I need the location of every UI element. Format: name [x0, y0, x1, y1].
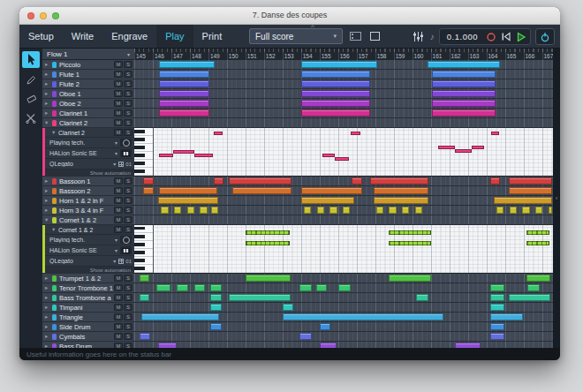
midi-note[interactable] [455, 149, 472, 153]
mute-button[interactable]: M [114, 187, 123, 194]
mute-button[interactable]: M [114, 216, 123, 223]
event-block[interactable] [490, 284, 505, 291]
event-block[interactable] [301, 71, 371, 78]
track-lane[interactable] [134, 118, 553, 128]
event-block[interactable] [490, 294, 505, 301]
mute-button[interactable]: M [114, 226, 123, 233]
go-to-start-icon[interactable] [498, 30, 513, 43]
midi-note[interactable] [526, 241, 549, 245]
event-block[interactable] [338, 284, 352, 291]
chevron-down-icon[interactable]: ▾ [52, 130, 58, 136]
solo-button[interactable]: S [124, 226, 132, 233]
midi-note[interactable] [438, 146, 455, 149]
record-icon[interactable] [483, 30, 498, 43]
mute-button[interactable]: M [114, 275, 123, 282]
event-block[interactable] [374, 187, 429, 194]
piano-keyboard[interactable] [134, 225, 154, 273]
mixer-icon[interactable] [412, 31, 426, 43]
right-scroll-strip[interactable]: ‹ [553, 49, 560, 348]
event-block[interactable] [432, 100, 496, 107]
event-block[interactable] [490, 177, 501, 185]
event-block[interactable] [140, 294, 148, 301]
chevron-right-icon[interactable]: ▸ [45, 110, 51, 117]
tab-write[interactable]: Write [63, 25, 102, 48]
midi-note[interactable] [246, 241, 290, 245]
bar-ruler[interactable]: 1451461471481491501511521531541551561571… [134, 49, 553, 60]
track-header-flute-1[interactable]: ▸Flute 1MS [42, 70, 134, 79]
event-block[interactable] [432, 71, 496, 78]
event-block[interactable] [301, 100, 371, 107]
chevron-right-icon[interactable]: ▸ [45, 207, 51, 214]
track-header-flute-2[interactable]: ▸Flute 2MS [42, 79, 134, 89]
solo-button[interactable]: S [124, 294, 132, 301]
track-header-clarinet-2[interactable]: ▾Clarinet 2MS [42, 118, 134, 128]
instrument-select[interactable]: HALion Sonic SE▾ [42, 148, 134, 159]
chevron-right-icon[interactable]: ▸ [45, 72, 51, 78]
event-block[interactable] [370, 177, 428, 185]
track-lane[interactable] [134, 99, 553, 109]
solo-button[interactable]: S [124, 90, 132, 97]
chevron-right-icon[interactable]: ▸ [45, 334, 51, 340]
track-lane[interactable] [134, 186, 553, 196]
mute-button[interactable]: M [114, 177, 123, 185]
chevron-right-icon[interactable]: ▸ [45, 295, 51, 301]
event-block[interactable] [283, 313, 443, 320]
mute-button[interactable]: M [114, 207, 123, 214]
event-block[interactable] [415, 207, 422, 214]
expression-map-select[interactable]: QLegato▾01 [42, 256, 134, 267]
track-lane[interactable] [134, 109, 553, 118]
event-block[interactable] [283, 304, 294, 311]
event-block[interactable] [509, 294, 550, 301]
track-lane[interactable] [134, 196, 553, 206]
solo-button[interactable]: S [124, 129, 132, 136]
event-block[interactable] [246, 275, 291, 282]
track-header-tenor-trombone-1[interactable]: ▸Tenor Trombone 1MS [42, 283, 134, 293]
power-icon[interactable] [535, 28, 555, 45]
midi-note[interactable] [246, 230, 290, 235]
event-block[interactable] [329, 207, 337, 214]
mute-button[interactable]: M [114, 284, 123, 291]
event-block[interactable] [143, 177, 154, 185]
track-header-oboe-1[interactable]: ▸Oboe 1MS [42, 89, 134, 99]
track-header-piccolo[interactable]: ▸PiccoloMS [42, 60, 134, 70]
event-block[interactable] [343, 207, 350, 214]
track-header-bass-drum[interactable]: ▸Bass DrumMS [42, 342, 134, 348]
midi-note[interactable] [335, 157, 350, 161]
track-header-horn-1-2-in-f[interactable]: ▸Horn 1 & 2 in FMS [42, 196, 134, 206]
event-block[interactable] [376, 207, 383, 214]
event-block[interactable] [432, 90, 496, 97]
chevron-right-icon[interactable]: ▸ [45, 285, 51, 291]
event-block[interactable] [140, 275, 148, 282]
mute-button[interactable]: M [114, 294, 123, 301]
instrument-editor-button[interactable] [120, 246, 132, 254]
solo-button[interactable]: S [124, 71, 132, 78]
chevron-right-icon[interactable]: ▸ [45, 81, 51, 87]
voice-subheader[interactable]: ▾Clarinet 2MS [42, 128, 134, 138]
mute-button[interactable]: M [114, 333, 123, 340]
track-lane[interactable] [134, 177, 553, 186]
event-block[interactable] [140, 333, 150, 340]
event-block[interactable] [535, 207, 542, 214]
solo-button[interactable]: S [124, 61, 132, 68]
time-display[interactable]: 0.1.000 [442, 32, 483, 41]
mute-button[interactable]: M [114, 313, 123, 320]
track-lane[interactable] [134, 79, 553, 89]
track-lane[interactable] [134, 89, 553, 99]
pencil-tool-icon[interactable] [22, 71, 40, 87]
mute-button[interactable]: M [114, 323, 123, 330]
event-block[interactable] [490, 313, 524, 320]
chevron-right-icon[interactable]: ▸ [45, 275, 51, 282]
event-block[interactable] [159, 80, 209, 87]
mute-button[interactable]: M [114, 100, 123, 107]
chevron-right-icon[interactable]: ▸ [45, 178, 51, 185]
event-block[interactable] [174, 207, 181, 214]
track-header-side-drum[interactable]: ▸Side DrumMS [42, 322, 134, 332]
event-block[interactable] [316, 284, 328, 291]
tab-play[interactable]: Play [156, 25, 193, 48]
solo-button[interactable]: S [124, 216, 132, 223]
midi-note[interactable] [194, 154, 213, 157]
track-lane[interactable] [134, 60, 553, 70]
midi-note[interactable] [472, 146, 485, 149]
midi-note[interactable] [491, 132, 499, 135]
event-block[interactable] [229, 294, 291, 301]
